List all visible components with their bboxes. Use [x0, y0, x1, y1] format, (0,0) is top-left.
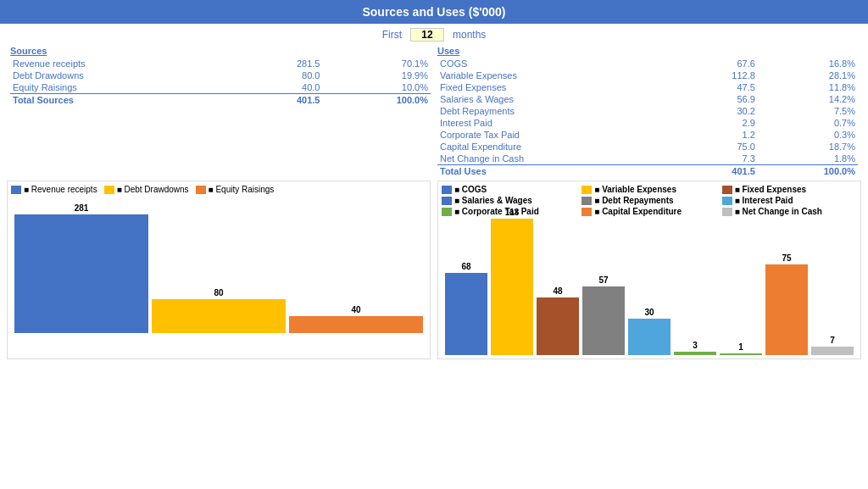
item-value: 56.9 [680, 93, 757, 105]
legend-item: ■ Debt Drawdowns [104, 185, 189, 194]
item-pct: 0.7% [758, 117, 858, 129]
legend-color [722, 186, 732, 194]
item-value: 40.0 [239, 81, 323, 94]
table-row: Revenue receipts 281.5 70.1% [10, 58, 431, 69]
table-row: Fixed Expenses 47.5 11.8% [437, 81, 858, 93]
item-value: 1.2 [680, 129, 757, 141]
bar [720, 353, 762, 355]
bar-group: 1 [720, 342, 762, 355]
table-row: Equity Raisings 40.0 10.0% [10, 81, 431, 94]
uses-header: Uses [437, 46, 858, 56]
item-name: Debt Drawdowns [10, 69, 239, 81]
item-value: 112.8 [680, 69, 757, 81]
item-pct: 0.3% [758, 129, 858, 141]
item-pct: 16.8% [758, 58, 858, 69]
legend-color [581, 208, 592, 216]
legend-label: ■ Variable Expenses [594, 185, 676, 194]
bar-group: 113 [491, 208, 533, 355]
bar-label: 57 [598, 275, 608, 285]
item-pct: 10.0% [322, 81, 431, 94]
legend-item: ■ Variable Expenses [581, 185, 716, 194]
item-value: 75.0 [680, 141, 757, 153]
bar-group: 281 [14, 203, 148, 333]
table-row: Salaries & Wages 56.9 14.2% [437, 93, 858, 105]
bar-label: 80 [214, 288, 223, 297]
bar-group: 7 [811, 336, 854, 355]
sources-section: Sources Revenue receipts 281.5 70.1%Debt… [7, 46, 434, 177]
legend-color [722, 197, 732, 205]
item-name: COGS [437, 58, 680, 69]
legend-item: ■ Fixed Expenses [722, 185, 857, 194]
bar [14, 214, 148, 333]
sources-table: Revenue receipts 281.5 70.1%Debt Drawdow… [10, 58, 431, 106]
legend-label: ■ Salaries & Wages [454, 196, 532, 205]
months-label-after: months [453, 29, 486, 41]
item-pct: 18.7% [758, 141, 858, 153]
item-name: Equity Raisings [10, 81, 239, 94]
bar-label: 3 [693, 341, 698, 350]
bar [582, 286, 625, 355]
uses-total-pct: 100.0% [758, 165, 858, 178]
item-value: 281.5 [239, 58, 323, 69]
right-bar-chart: 68 113 48 57 30 3 1 75 7 [442, 219, 857, 355]
bar-label: 75 [782, 253, 791, 263]
legend-color [722, 208, 732, 216]
months-label-first: First [382, 29, 402, 41]
uses-total-label: Total Uses [437, 165, 680, 178]
item-pct: 7.5% [758, 105, 858, 117]
legend-item: ■ Salaries & Wages [442, 196, 576, 205]
item-value: 67.6 [680, 58, 757, 69]
right-chart: ■ COGS ■ Variable Expenses ■ Fixed Expen… [437, 181, 861, 359]
bar [289, 316, 423, 333]
table-row: Capital Expenditure 75.0 18.7% [437, 141, 858, 153]
bar [765, 264, 808, 355]
legend-item: ■ Net Change in Cash [722, 207, 857, 216]
legend-color [581, 197, 592, 205]
bar-label: 281 [75, 203, 89, 213]
legend-label: ■ Capital Expenditure [594, 207, 682, 216]
item-pct: 70.1% [322, 58, 431, 69]
bar [537, 297, 579, 355]
item-pct: 28.1% [758, 69, 858, 81]
item-pct: 14.2% [758, 93, 858, 105]
sources-total-row: Total Sources 401.5 100.0% [10, 94, 431, 107]
item-name: Corporate Tax Paid [437, 129, 680, 141]
legend-item: ■ Debt Repayments [581, 196, 716, 205]
item-pct: 19.9% [322, 69, 431, 81]
legend-color [11, 186, 21, 194]
legend-label: ■ COGS [454, 185, 487, 194]
legend-color [442, 208, 452, 216]
table-row: Variable Expenses 112.8 28.1% [437, 69, 858, 81]
legend-label: ■ Net Change in Cash [735, 207, 822, 216]
legend-item: ■ Capital Expenditure [581, 207, 716, 216]
table-row: Debt Repayments 30.2 7.5% [437, 105, 858, 117]
left-legend: ■ Revenue receipts ■ Debt Drawdowns ■ Eq… [11, 185, 426, 194]
legend-label: ■ Equity Raisings [209, 185, 275, 194]
legend-color [196, 186, 206, 194]
legend-item: ■ Revenue receipts [11, 185, 97, 194]
item-name: Salaries & Wages [437, 93, 680, 105]
table-row: Net Change in Cash 7.3 1.8% [437, 153, 858, 165]
item-value: 47.5 [680, 81, 757, 93]
sources-header: Sources [10, 46, 431, 56]
item-pct: 11.8% [758, 81, 858, 93]
months-row: First months [0, 24, 868, 46]
bar-group: 75 [765, 253, 808, 355]
bar-group: 80 [152, 288, 286, 333]
item-name: Net Change in Cash [437, 153, 680, 165]
table-row: Corporate Tax Paid 1.2 0.3% [437, 129, 858, 141]
uses-total-value: 401.5 [680, 165, 757, 178]
bar-label: 40 [351, 305, 360, 314]
bar-label: 113 [505, 208, 520, 217]
bar-group: 3 [674, 341, 716, 355]
legend-color [442, 186, 452, 194]
main-title: Sources and Uses ($'000) [0, 0, 868, 24]
legend-item: ■ Equity Raisings [196, 185, 275, 194]
item-name: Variable Expenses [437, 69, 680, 81]
legend-label: ■ Debt Drawdowns [117, 185, 189, 194]
months-input[interactable] [410, 28, 444, 42]
legend-label: ■ Fixed Expenses [735, 185, 806, 194]
legend-label: ■ Revenue receipts [24, 185, 97, 194]
uses-total-row: Total Uses 401.5 100.0% [437, 165, 858, 178]
bar-group: 40 [289, 305, 423, 333]
